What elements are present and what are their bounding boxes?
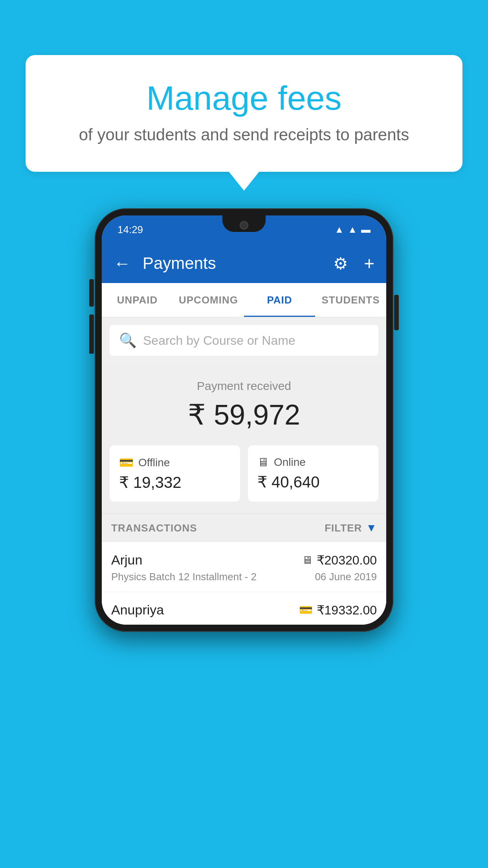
transaction-row[interactable]: Arjun 🖥 ₹20320.00 Physics Batch 12 Insta… — [102, 542, 386, 592]
notch-cutout — [222, 215, 266, 232]
speech-bubble: Manage fees of your students and send re… — [26, 55, 462, 172]
online-label: Online — [274, 456, 306, 469]
payment-total-amount: ₹ 59,972 — [114, 398, 374, 431]
add-button[interactable]: + — [364, 253, 374, 274]
tab-paid[interactable]: PAID — [244, 283, 315, 317]
bubble-subtitle: of your students and send receipts to pa… — [45, 125, 443, 144]
bubble-title: Manage fees — [45, 79, 443, 118]
tab-upcoming[interactable]: UPCOMING — [173, 283, 244, 317]
transaction-amount: ₹20320.00 — [317, 553, 377, 568]
transaction-desc: Physics Batch 12 Installment - 2 — [111, 571, 257, 583]
power-button — [394, 295, 399, 330]
signal-icon: ▲ — [348, 224, 357, 235]
back-button[interactable]: ← — [114, 254, 131, 273]
status-bar: 14:29 ▲ ▲ ▬ — [102, 215, 386, 244]
transactions-header: TRANSACTIONS FILTER ▼ — [102, 513, 386, 542]
transactions-label: TRANSACTIONS — [111, 522, 197, 534]
transaction-row-partial[interactable]: Anupriya 💳 ₹19332.00 — [102, 592, 386, 625]
payment-received-label: Payment received — [114, 379, 374, 393]
page-title: Payments — [143, 254, 325, 273]
transaction-name: Arjun — [111, 552, 142, 568]
app-header: ← Payments ⚙ + — [102, 244, 386, 283]
transaction-bottom: Physics Batch 12 Installment - 2 06 June… — [111, 571, 377, 583]
tabs-bar: UNPAID UPCOMING PAID STUDENTS — [102, 283, 386, 317]
payment-cards: 💳 Offline ₹ 19,332 🖥 Online ₹ 40,640 — [102, 445, 386, 513]
online-card-header: 🖥 Online — [257, 456, 369, 469]
phone-device: 14:29 ▲ ▲ ▬ ← Payments ⚙ + UNPAID — [95, 208, 393, 632]
tab-unpaid[interactable]: UNPAID — [102, 283, 173, 317]
offline-transaction-icon: 💳 — [299, 603, 313, 616]
wifi-icon: ▲ — [334, 224, 344, 235]
transaction-name-2: Anupriya — [111, 602, 164, 618]
status-time: 14:29 — [117, 224, 143, 236]
search-box[interactable]: 🔍 Search by Course or Name — [110, 325, 378, 356]
transaction-amount-wrap: 🖥 ₹20320.00 — [302, 553, 377, 568]
filter-label: FILTER — [325, 522, 362, 534]
offline-payment-icon: 💳 — [119, 456, 134, 469]
phone-screen: 14:29 ▲ ▲ ▬ ← Payments ⚙ + UNPAID — [102, 215, 386, 625]
filter-icon: ▼ — [366, 522, 377, 534]
online-payment-icon: 🖥 — [257, 456, 269, 469]
phone-outer: 14:29 ▲ ▲ ▬ ← Payments ⚙ + UNPAID — [95, 208, 393, 632]
volume-up-button — [89, 279, 94, 307]
status-icons: ▲ ▲ ▬ — [334, 224, 371, 235]
search-section: 🔍 Search by Course or Name — [102, 317, 386, 364]
front-camera — [240, 221, 248, 230]
online-amount: ₹ 40,640 — [257, 473, 369, 491]
offline-card-header: 💳 Offline — [119, 456, 231, 469]
transaction-amount-2: ₹19332.00 — [317, 603, 377, 618]
offline-label: Offline — [138, 456, 170, 469]
tab-students[interactable]: STUDENTS — [315, 283, 386, 317]
battery-icon: ▬ — [361, 224, 371, 235]
transaction-amount-wrap-2: 💳 ₹19332.00 — [299, 603, 377, 618]
online-card: 🖥 Online ₹ 40,640 — [248, 445, 378, 502]
volume-down-button — [89, 314, 94, 354]
transaction-date: 06 June 2019 — [315, 571, 377, 583]
transaction-top-2: Anupriya 💳 ₹19332.00 — [111, 602, 377, 618]
offline-amount: ₹ 19,332 — [119, 473, 231, 491]
online-transaction-icon: 🖥 — [302, 554, 313, 566]
payment-summary: Payment received ₹ 59,972 — [102, 364, 386, 445]
transaction-top: Arjun 🖥 ₹20320.00 — [111, 552, 377, 568]
filter-section[interactable]: FILTER ▼ — [325, 522, 377, 534]
search-placeholder: Search by Course or Name — [143, 333, 295, 348]
search-icon: 🔍 — [119, 332, 137, 349]
settings-icon[interactable]: ⚙ — [333, 254, 348, 273]
offline-card: 💳 Offline ₹ 19,332 — [110, 445, 240, 502]
